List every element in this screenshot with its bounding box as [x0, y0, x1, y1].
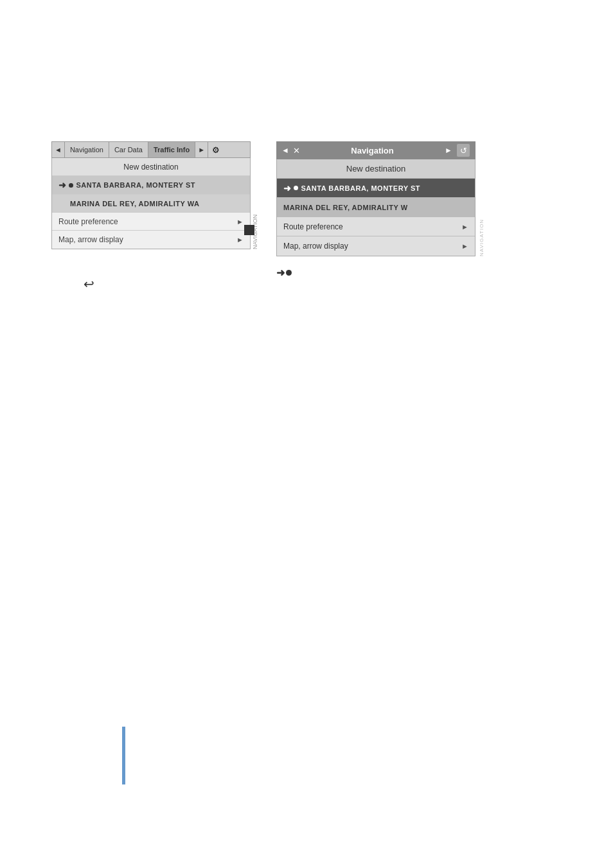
right-submenu-arrow-map: ► — [461, 242, 468, 250]
right-dest-arrow-icon: ➜ — [283, 183, 292, 193]
menu-item-marina-del-rey[interactable]: MARINA DEL REY, ADMIRALITY WA — [52, 195, 250, 213]
right-menu-item-route-preference[interactable]: Route preference ► — [277, 217, 475, 236]
square-icon — [244, 225, 254, 235]
right-submenu-arrow-route: ► — [461, 223, 468, 231]
blue-vertical-bar — [122, 727, 125, 784]
right-menu-item-map-arrow-display[interactable]: Map, arrow display ► — [277, 236, 475, 256]
right-menu-item-new-destination[interactable]: New destination — [277, 159, 475, 179]
right-arrow-left-icon[interactable]: ◄ — [281, 146, 289, 155]
settings-icon[interactable]: ⚙ — [208, 142, 224, 157]
refresh-button[interactable]: ↺ — [456, 143, 470, 157]
right-menu-item-marina-del-rey[interactable]: MARINA DEL REY, ADMIRALITY W — [277, 198, 475, 217]
left-tab-bar[interactable]: ◄ Navigation Car Data Traffic Info ► ⚙ — [51, 141, 251, 158]
tab-arrow-left[interactable]: ◄ — [52, 142, 65, 157]
tab-arrow-right[interactable]: ► — [195, 142, 208, 157]
right-menu-panel: New destination ➜ SANTA BARBARA, MONTERY… — [276, 159, 475, 256]
back-icon: ↩ — [84, 276, 94, 292]
tab-navigation[interactable]: Navigation — [65, 142, 109, 157]
arrow-below-right-panel: ➜ — [276, 267, 292, 279]
right-nav-title: Navigation — [304, 146, 441, 155]
menu-item-map-arrow-display[interactable]: Map, arrow display ► — [52, 231, 250, 249]
dest-arrow-icon: ➜ — [58, 180, 67, 190]
right-panel: ◄ ✕ Navigation ► ↺ New destination ➜ SAN… — [276, 141, 475, 256]
dot-below-right-panel — [286, 270, 292, 276]
menu-item-route-preference[interactable]: Route preference ► — [52, 213, 250, 231]
right-menu-item-santa-barbara[interactable]: ➜ SANTA BARBARA, MONTERY ST — [277, 179, 475, 198]
tab-traffic-info[interactable]: Traffic Info — [148, 142, 195, 157]
right-arrow-right-icon[interactable]: ► — [445, 146, 452, 155]
submenu-arrow-route: ► — [236, 218, 244, 226]
submenu-arrow-map: ► — [236, 236, 244, 244]
right-nav-x-icon: ✕ — [293, 146, 300, 155]
right-vertical-label: NAVIGATION — [479, 159, 484, 256]
right-tab-bar[interactable]: ◄ ✕ Navigation ► ↺ — [276, 141, 475, 159]
right-route-dot-icon — [294, 186, 298, 190]
route-dot-icon — [69, 183, 73, 188]
left-menu-panel: New destination ➜ SANTA BARBARA, MONTERY… — [51, 158, 251, 249]
tab-car-data[interactable]: Car Data — [109, 142, 148, 157]
menu-item-santa-barbara[interactable]: ➜ SANTA BARBARA, MONTERY ST — [52, 176, 250, 195]
menu-item-new-destination[interactable]: New destination — [52, 158, 250, 176]
